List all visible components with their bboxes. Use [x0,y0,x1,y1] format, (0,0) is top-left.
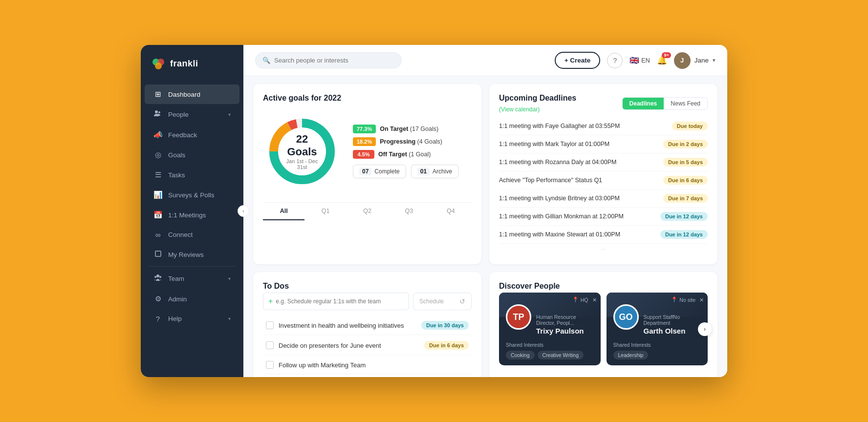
sidebar-item-connect[interactable]: ∞ Connect [145,225,239,244]
on-target-badge: 77.3% [353,125,376,133]
complete-label: Complete [374,168,399,175]
due-badge: Due in 7 days [663,194,708,203]
goals-tab-q4[interactable]: Q4 [430,203,472,220]
person-location: 📍 HQ ✕ [572,296,597,303]
user-menu[interactable]: J Jane ▾ [674,52,716,69]
deadline-item: 1:1 meeting with Rozanna Daly at 04:00PM… [499,153,708,171]
create-button[interactable]: + Create [555,52,601,69]
archive-chip[interactable]: 01 Archive [411,165,458,178]
people-arrow: ▾ [228,112,231,117]
location-text: HQ [581,297,588,303]
team-arrow: ▾ [228,276,231,281]
sidebar-divider [149,266,236,267]
sidebar-item-label: Dashboard [168,91,231,98]
sidebar-item-reviews[interactable]: My Reviews [145,245,239,264]
interest-tags: Cooking Creative Writing [506,351,594,359]
shared-label: Shared Interests [613,342,701,348]
person-name: Trixy Paulson [536,327,594,335]
person-close-button[interactable]: ✕ [699,297,704,303]
surveys-icon: 📊 [153,190,162,199]
view-calendar-link[interactable]: (View calendar) [499,106,540,113]
notifications-button[interactable]: 🔔 9+ [657,55,667,65]
complete-count: 07 [359,168,371,175]
goals-legend: 77.3% On Target (17 Goals) 18.2% Progres… [353,125,458,178]
deadline-text: 1:1 meeting with Mark Taylor at 01:00PM [499,141,609,148]
off-target-badge: 4.5% [353,150,374,159]
sidebar-item-dashboard[interactable]: ⊞ Dashboard [145,84,239,104]
sidebar-item-team[interactable]: Team ▾ [145,269,239,289]
notifications-badge: 9+ [662,52,671,58]
todo-list: Investment in health and wellbeing initi… [263,316,472,374]
todo-add-icon[interactable]: + [268,297,273,306]
todo-schedule-wrap[interactable]: Schedule ↺ [413,293,472,310]
due-badge: Due in 6 days [663,176,708,185]
todo-checkbox[interactable] [266,361,274,369]
sidebar-item-surveys[interactable]: 📊 Surveys & Polls [145,185,239,205]
person-close-button[interactable]: ✕ [592,297,597,303]
person-location: 📍 No site ✕ [671,296,704,303]
sidebar-item-meetings[interactable]: 📅 1:1 Meetings [145,205,239,225]
goals-tab-q1[interactable]: Q1 [304,203,346,220]
user-menu-chevron: ▾ [713,57,716,63]
todo-text: Investment in health and wellbeing initi… [279,322,404,329]
person-card-top: 📍 No site ✕ GO Support StaffNo Departmen… [607,293,708,342]
reviews-label: My Reviews [168,251,231,258]
admin-icon: ⚙ [153,295,162,303]
todo-text-input[interactable] [276,298,404,305]
deadline-text: 1:1 meeting with Lyndsie Britney at 03:0… [499,195,620,202]
archive-count: 01 [417,168,430,175]
todo-schedule-text: Schedule [419,298,456,305]
deadline-text: Achieve "Top Performance" Status Q1 [499,177,602,184]
discover-next-button[interactable]: › [698,322,712,336]
admin-label: Admin [168,295,231,303]
sidebar-item-admin[interactable]: ⚙ Admin [145,289,239,309]
search-bar[interactable]: 🔍 [255,52,402,68]
language-selector[interactable]: 🇬🇧 EN [629,56,650,65]
sidebar-logo: frankli [141,45,243,80]
todo-input-wrap[interactable]: + [263,293,409,310]
todo-text: Follow up with Marketing Team [279,361,366,369]
donut-chart: 22 Goals Jan 1st - Dec 31st [263,112,341,190]
todo-checkbox[interactable] [266,321,274,329]
deadline-item: 1:1 meeting with Mark Taylor at 01:00PM … [499,135,708,153]
help-button[interactable]: ? [607,53,623,68]
help-icon: ? [153,315,162,323]
todo-item: Investment in health and wellbeing initi… [263,316,472,335]
team-label: Team [168,275,222,282]
frankli-logo-icon [151,56,166,71]
team-icon [153,274,162,283]
goals-tab-q2[interactable]: Q2 [347,203,388,220]
search-input[interactable] [274,57,394,64]
sidebar-item-feedback[interactable]: 📣 Feedback [145,125,239,145]
flag-icon: 🇬🇧 [629,56,639,65]
todo-checkbox[interactable] [266,341,274,349]
todos-title: To Dos [263,282,472,291]
header: 🔍 + Create ? 🇬🇧 EN 🔔 9+ J Jane ▾ [243,45,727,76]
sidebar-item-goals[interactable]: ◎ Goals [145,145,239,165]
complete-chip[interactable]: 07 Complete [353,165,406,178]
goals-tab-q3[interactable]: Q3 [388,203,430,220]
tab-newsfeed[interactable]: News Feed [664,98,707,109]
discover-card: Discover People 📍 HQ ✕ TP [489,272,717,377]
scroll-hint: ··· [499,244,708,254]
sidebar-item-people[interactable]: People ▾ [145,105,239,125]
sidebar-item-help[interactable]: ? Help ▾ [145,309,239,328]
sidebar-collapse-button[interactable]: ‹ [238,205,249,217]
deadline-list: 1:1 meeting with Faye Gallagher at 03:55… [499,117,708,244]
feedback-icon: 📣 [153,130,162,139]
deadline-item: 1:1 meeting with Maxine Stewart at 01:00… [499,226,708,244]
people-icon [153,110,162,119]
todo-refresh-icon[interactable]: ↺ [459,297,465,305]
deadline-item: 1:1 meeting with Faye Gallagher at 03:55… [499,117,708,135]
todo-item: Decide on presenters for June event Due … [263,336,472,355]
location-pin-icon: 📍 [572,296,579,303]
deadline-item: Achieve "Top Performance" Status Q1 Due … [499,171,708,190]
tab-deadlines[interactable]: Deadlines [623,98,664,109]
due-badge: Due in 2 days [663,140,708,148]
legend-item-progressing: 18.2% Progressing (4 Goals) [353,137,458,146]
legend-item-offtarget: 4.5% Off Target (1 Goal) [353,150,458,159]
goals-tab-all[interactable]: All [263,203,304,220]
person-card-trixy: 📍 HQ ✕ TP Human Resource Director, Peopl… [499,293,601,365]
sidebar-item-tasks[interactable]: ☰ Tasks [145,165,239,185]
deadline-text: 1:1 meeting with Rozanna Daly at 04:00PM [499,159,616,166]
